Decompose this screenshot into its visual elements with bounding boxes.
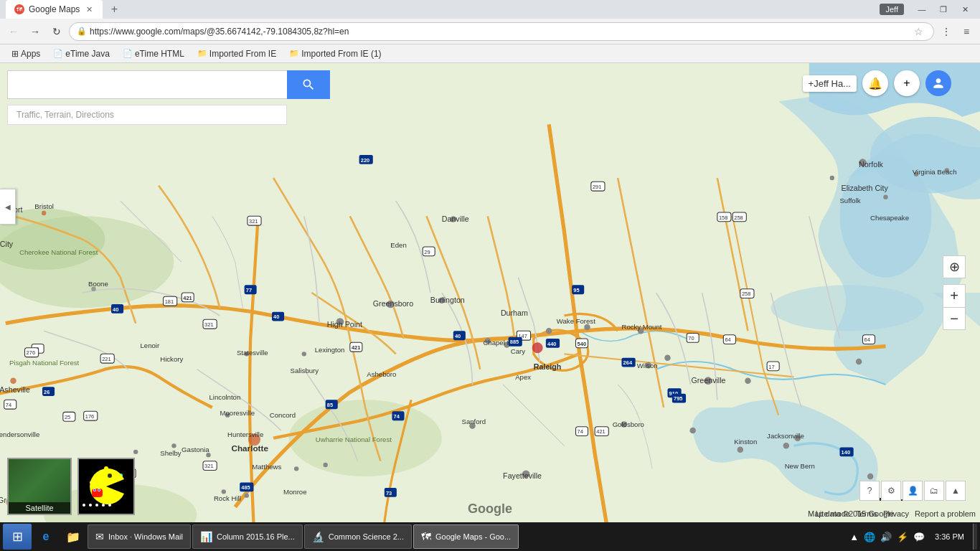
tab-title: Google Maps bbox=[29, 4, 80, 14]
svg-point-36 bbox=[745, 377, 751, 384]
toolbar-right: ⋮ ≡ bbox=[937, 22, 976, 41]
svg-text:321: 321 bbox=[204, 463, 213, 469]
svg-text:64: 64 bbox=[725, 336, 730, 343]
bookmark-etime-html[interactable]: 📄 eTime HTML bbox=[117, 47, 190, 60]
terms-link[interactable]: Terms bbox=[856, 509, 877, 518]
help-button[interactable]: ? bbox=[859, 481, 880, 501]
search-hint-text: Traffic, Terrain, Directions bbox=[17, 110, 114, 120]
common-taskbar-icon: 🔬 bbox=[312, 531, 324, 542]
bookmark-imported-ie-1[interactable]: 📁 Imported From IE (1) bbox=[283, 47, 387, 60]
back-button[interactable]: ← bbox=[4, 22, 23, 41]
svg-text:Salisbury: Salisbury bbox=[291, 367, 319, 375]
ie-logo-icon: e bbox=[43, 530, 50, 543]
svg-text:Charlotte: Charlotte bbox=[231, 443, 268, 453]
map-container[interactable]: Kingsport Bristol Johnson City Boone Ash… bbox=[0, 63, 980, 522]
map-search-input[interactable] bbox=[7, 70, 287, 99]
svg-text:421: 421 bbox=[183, 295, 192, 301]
report-link[interactable]: Report a problem bbox=[915, 509, 976, 518]
taskbar: ⊞ e 📁 ✉ Inbox · Windows Mail 📊 Column 20… bbox=[0, 522, 980, 551]
active-tab[interactable]: 🗺 Google Maps ✕ bbox=[6, 0, 103, 19]
forward-button[interactable]: → bbox=[26, 22, 44, 41]
svg-text:795: 795 bbox=[674, 395, 682, 402]
apps-label: Apps bbox=[21, 49, 40, 59]
svg-text:Apex: Apex bbox=[515, 373, 531, 381]
map-search-button[interactable] bbox=[287, 70, 330, 99]
extensions-button[interactable]: ⋮ bbox=[937, 22, 956, 41]
tray-power-icon[interactable]: ⚡ bbox=[895, 530, 910, 544]
show-desktop-button[interactable] bbox=[973, 524, 977, 550]
bookmark-star-button[interactable]: ☆ bbox=[910, 24, 926, 39]
svg-text:Raleigh: Raleigh bbox=[534, 362, 562, 371]
map-add-button[interactable]: + bbox=[894, 70, 920, 96]
zoom-out-button[interactable]: − bbox=[943, 307, 966, 330]
taskbar-app-inbox[interactable]: ✉ Inbox · Windows Mail bbox=[88, 524, 191, 549]
map-search-hints: Traffic, Terrain, Directions bbox=[7, 105, 287, 125]
tab-close-button[interactable]: ✕ bbox=[84, 4, 94, 14]
zoom-controls: ⊕ + − bbox=[943, 255, 966, 330]
bookmark-label: Imported From IE bbox=[209, 49, 276, 59]
bookmark-imported-ie[interactable]: 📁 Imported From IE bbox=[192, 47, 282, 60]
svg-point-39 bbox=[830, 176, 834, 180]
recenter-button[interactable]: ⊕ bbox=[943, 255, 966, 278]
chrome-menu-button[interactable]: ≡ bbox=[957, 22, 976, 41]
taskbar-explorer-icon[interactable]: 📁 bbox=[60, 524, 86, 550]
privacy-link[interactable]: Privacy bbox=[883, 509, 909, 518]
svg-text:321: 321 bbox=[249, 218, 258, 225]
svg-text:264: 264 bbox=[623, 359, 633, 366]
tray-volume-icon[interactable]: 🔊 bbox=[879, 530, 893, 544]
pacman-thumbnail[interactable] bbox=[77, 458, 135, 515]
taskbar-app-common[interactable]: 🔬 Common Science 2... bbox=[304, 524, 412, 549]
svg-text:74: 74 bbox=[578, 428, 583, 435]
maximize-button[interactable]: ❐ bbox=[934, 3, 953, 16]
tray-arrow-icon[interactable]: ▲ bbox=[848, 530, 860, 544]
minimize-button[interactable]: — bbox=[913, 3, 931, 16]
svg-text:40: 40 bbox=[273, 314, 279, 320]
mail-taskbar-icon: ✉ bbox=[95, 531, 104, 542]
map-expand-button[interactable]: ▲ bbox=[946, 481, 966, 501]
folder-icon-2: 📁 bbox=[289, 49, 299, 58]
bookmark-label: Imported From IE (1) bbox=[301, 49, 381, 59]
svg-text:Norfolk: Norfolk bbox=[859, 160, 883, 169]
clock-area[interactable]: 3:36 PM bbox=[930, 532, 969, 541]
zoom-in-button[interactable]: + bbox=[943, 284, 966, 307]
svg-text:40: 40 bbox=[455, 333, 461, 339]
reload-button[interactable]: ↻ bbox=[47, 22, 66, 41]
taskbar-left: ⊞ e 📁 ✉ Inbox · Windows Mail 📊 Column 20… bbox=[3, 524, 519, 550]
lite-mode-link[interactable]: Lite mode bbox=[816, 509, 850, 518]
close-button[interactable]: ✕ bbox=[956, 3, 974, 16]
etime-java-icon: 📄 bbox=[53, 49, 63, 58]
svg-text:421: 421 bbox=[596, 428, 605, 435]
map-user-avatar[interactable] bbox=[925, 70, 951, 96]
svg-text:Virginia Beach: Virginia Beach bbox=[913, 168, 957, 176]
svg-point-31 bbox=[546, 328, 552, 334]
svg-text:Pisgah National Forest: Pisgah National Forest bbox=[9, 359, 79, 367]
start-button[interactable]: ⊞ bbox=[3, 524, 32, 550]
svg-text:Sanford: Sanford bbox=[462, 418, 486, 425]
new-tab-button[interactable]: + bbox=[107, 2, 121, 17]
svg-text:Jacksonville: Jacksonville bbox=[767, 432, 804, 440]
satellite-thumbnail[interactable]: Satellite bbox=[7, 458, 72, 515]
svg-text:New Bern: New Bern bbox=[785, 462, 815, 470]
address-bar[interactable]: 🔒 https://www.google.com/maps/@35.667414… bbox=[69, 22, 934, 41]
person-button[interactable]: 👤 bbox=[903, 481, 923, 501]
apps-bookmark[interactable]: ⊞ Apps bbox=[6, 47, 46, 60]
svg-text:17: 17 bbox=[768, 364, 774, 370]
map-sidebar-toggle-button[interactable]: ◀ bbox=[0, 189, 16, 225]
tray-notification-icon[interactable]: 💬 bbox=[912, 530, 926, 544]
svg-text:Huntersville: Huntersville bbox=[227, 430, 263, 438]
layers-button[interactable]: 🗂 bbox=[924, 481, 944, 501]
bookmark-etime-java[interactable]: 📄 eTime Java bbox=[47, 47, 116, 60]
taskbar-app-maps[interactable]: 🗺 Google Maps - Goo... bbox=[413, 524, 519, 549]
svg-text:158: 158 bbox=[719, 215, 727, 221]
settings-button[interactable]: ⚙ bbox=[881, 481, 901, 501]
column-taskbar-icon: 📊 bbox=[200, 531, 212, 542]
tray-network-icon[interactable]: 🌐 bbox=[862, 530, 877, 544]
svg-text:176: 176 bbox=[85, 413, 94, 420]
map-notification-button[interactable]: 🔔 bbox=[862, 70, 888, 96]
title-bar-left: 🗺 Google Maps ✕ + bbox=[6, 0, 121, 19]
taskbar-app-column[interactable]: 📊 Column 2015.16 Ple... bbox=[192, 524, 303, 549]
svg-text:Johnson City: Johnson City bbox=[0, 240, 14, 248]
taskbar-ie-icon[interactable]: e bbox=[33, 524, 59, 550]
map-background: Kingsport Bristol Johnson City Boone Ash… bbox=[0, 63, 980, 522]
user-badge: Jeff bbox=[880, 4, 904, 15]
